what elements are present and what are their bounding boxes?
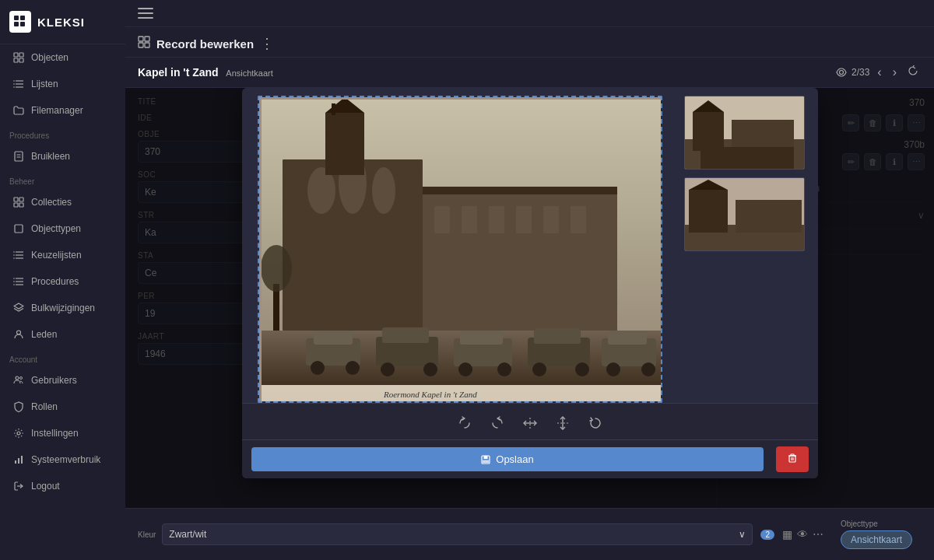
svg-rect-106 <box>484 456 488 459</box>
svg-rect-64 <box>423 187 617 194</box>
sidebar-item-logout[interactable]: Logout <box>3 474 122 499</box>
chapel-image: Roermond Kapel in 't Zand <box>259 97 662 403</box>
nav-prev-button[interactable]: ‹ <box>874 64 884 81</box>
flip-vertical-button[interactable] <box>551 411 574 435</box>
sidebar-item-rollen[interactable]: Rollen <box>3 394 122 419</box>
sidebar-item-bruikleen[interactable]: Bruikleen <box>3 144 122 169</box>
svg-point-12 <box>13 83 15 85</box>
flip-horizontal-button[interactable] <box>518 411 542 435</box>
svg-point-79 <box>532 362 546 376</box>
record-name: Kapel in 't Zand <box>138 66 219 79</box>
svg-point-83 <box>606 362 620 376</box>
sidebar-label-procedures: Procedures <box>31 276 79 287</box>
sidebar-item-gebruikers[interactable]: Gebruikers <box>3 368 122 393</box>
svg-rect-94 <box>732 120 794 151</box>
action-icon-1[interactable]: ▦ <box>782 528 792 541</box>
sidebar-item-systeemverbruik[interactable]: Systeemverbruik <box>3 447 122 472</box>
sidebar-label-rollen: Rollen <box>31 401 58 412</box>
svg-point-27 <box>13 257 15 259</box>
shield-icon <box>12 401 25 413</box>
sidebar-item-objecten[interactable]: Objecten <box>3 45 122 70</box>
svg-rect-39 <box>15 460 16 464</box>
svg-point-37 <box>20 377 23 380</box>
sidebar-item-bulkwijzigingen[interactable]: Bulkwijzigingen <box>3 296 122 320</box>
sidebar-label-objecten: Objecten <box>31 52 68 63</box>
account-section-label: Account <box>0 348 125 367</box>
record-name-area: Kapel in 't Zand Ansichtkaart <box>138 66 273 79</box>
user-icon <box>12 328 25 341</box>
action-icon-2[interactable]: 👁 <box>797 528 808 541</box>
sidebar-label-leden: Leden <box>31 329 57 340</box>
sidebar-item-objecttypen[interactable]: Objecttypen <box>3 216 122 241</box>
svg-point-72 <box>423 362 437 376</box>
svg-point-31 <box>13 278 15 279</box>
sidebar-label-instellingen: Instellingen <box>31 428 79 439</box>
refresh-button[interactable] <box>904 64 922 81</box>
svg-point-80 <box>575 362 589 376</box>
box-icon <box>12 222 25 235</box>
svg-rect-21 <box>15 225 23 233</box>
sidebar-item-collecties[interactable]: Collecties <box>3 190 122 215</box>
sidebar-label-systeemverbruik: Systeemverbruik <box>31 454 100 465</box>
logo-text: KLEKSI <box>37 16 85 29</box>
save-button[interactable]: Opslaan <box>251 447 764 471</box>
sidebar-label-filemanager: Filemanager <box>31 105 83 116</box>
badge-count: 2 <box>760 530 774 540</box>
svg-rect-66 <box>314 331 353 345</box>
sidebar-item-filemanager[interactable]: Filemanager <box>3 98 122 123</box>
kleur-label: Kleur <box>138 530 156 539</box>
overlay-backdrop: Roermond Kapel in 't Zand <box>125 88 934 508</box>
svg-rect-58 <box>434 206 450 233</box>
svg-rect-7 <box>19 58 23 62</box>
delete-image-button[interactable] <box>776 446 809 472</box>
svg-point-38 <box>17 432 20 435</box>
svg-rect-108 <box>789 456 795 462</box>
action-icons: ▦ 👁 ⋯ <box>782 528 823 541</box>
rotate-left-button[interactable] <box>453 411 476 435</box>
record-header-left: Record bewerken ⋮ <box>138 35 922 52</box>
reset-button[interactable] <box>584 411 607 435</box>
action-icon-3[interactable]: ⋯ <box>813 528 823 541</box>
kleur-field-wrapper: Kleur Zwart/wit ∨ <box>138 523 753 545</box>
rotate-right-button[interactable] <box>486 411 509 435</box>
record-type-badge: Ansichtkaart <box>226 68 273 78</box>
kleur-select[interactable]: Zwart/wit ∨ <box>162 523 753 545</box>
svg-rect-6 <box>14 58 18 62</box>
svg-rect-95 <box>700 147 794 170</box>
svg-rect-56 <box>332 103 335 115</box>
svg-point-47 <box>839 71 843 75</box>
svg-rect-78 <box>534 328 581 344</box>
thumbnail-1 <box>684 96 812 170</box>
svg-rect-46 <box>145 43 149 47</box>
main-image-container: Roermond Kapel in 't Zand <box>258 96 662 403</box>
sidebar-label-bruikleen: Bruikleen <box>31 151 70 162</box>
thumb2-image <box>685 178 805 251</box>
sidebar-item-procedures[interactable]: Procedures <box>3 269 122 294</box>
kleur-value: Zwart/wit <box>169 529 206 540</box>
thumbnail-2 <box>684 177 812 251</box>
sidebar-item-leden[interactable]: Leden <box>3 322 122 347</box>
svg-point-86 <box>261 245 292 292</box>
logout-icon <box>12 480 25 492</box>
folder-icon <box>12 104 25 117</box>
svg-point-36 <box>16 376 19 380</box>
svg-rect-60 <box>489 206 504 233</box>
svg-rect-63 <box>571 206 586 233</box>
sidebar-item-lijsten[interactable]: Lijsten <box>3 72 122 96</box>
users-icon <box>12 374 25 387</box>
record-subheader: Kapel in 't Zand Ansichtkaart 2/33 ‹ › <box>125 58 934 88</box>
svg-rect-18 <box>19 198 23 201</box>
list-icon <box>12 78 25 90</box>
editor-footer: Opslaan <box>242 439 818 478</box>
record-menu-button[interactable]: ⋮ <box>260 35 274 52</box>
nav-next-button[interactable]: › <box>890 64 900 81</box>
svg-rect-43 <box>139 37 143 41</box>
sidebar-item-instellingen[interactable]: Instellingen <box>3 421 122 446</box>
eye-icon <box>836 67 847 78</box>
sidebar-item-keuzelijsten[interactable]: Keuzelijsten <box>3 243 122 268</box>
objecttype-badge[interactable]: Ansichtkaart <box>841 530 912 549</box>
record-edit-title: Record bewerken <box>156 37 254 51</box>
sidebar-label-bulkwijzigingen: Bulkwijzigingen <box>31 303 95 313</box>
hamburger-menu[interactable] <box>138 8 153 19</box>
logo-icon <box>9 11 31 33</box>
